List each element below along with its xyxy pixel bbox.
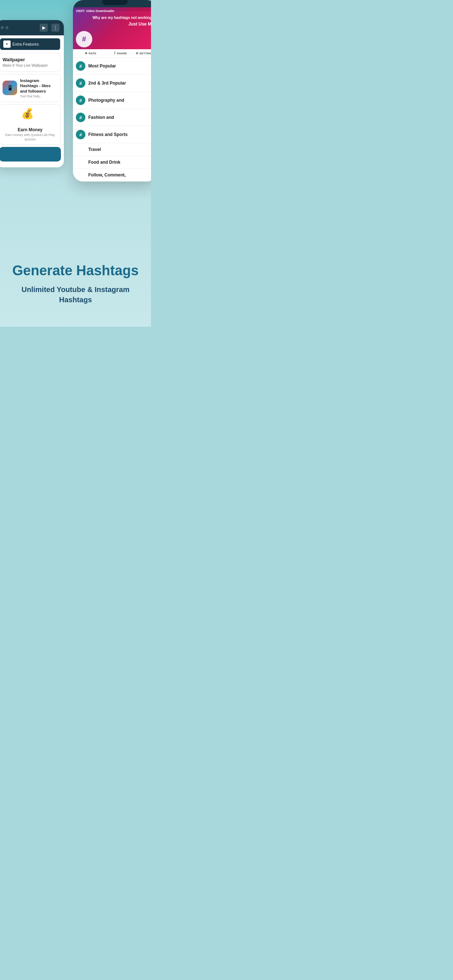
rate-label: RATE (89, 52, 96, 55)
phone-status-bar (73, 0, 151, 7)
menu-item-label: Fashion and (88, 115, 151, 120)
video-icon: ▶ (40, 24, 48, 32)
wallpaper-title: Wallpaper (3, 57, 57, 62)
share-button[interactable]: ⤴ SHARE (106, 51, 135, 55)
lc-icons: ▶ ⋮ (40, 24, 59, 32)
left-card: ▶ ⋮ ✦ Extra Features Wallpaper Make It Y… (0, 20, 64, 167)
rate-icon: ★ (85, 51, 88, 55)
settings-label: SETTINGS (139, 52, 151, 55)
menu-item[interactable]: #Fashion and› (73, 109, 151, 126)
earn-title: Earn Money (18, 127, 42, 132)
menu-hash-icon: # (76, 95, 85, 105)
menu-hash-icon: # (76, 78, 85, 88)
menu-item[interactable]: #Most Popular› (73, 57, 151, 75)
phone-menu: #Most Popular›#2nd & 3rd Popular›#Photog… (73, 57, 151, 181)
rate-button[interactable]: ★ RATE (76, 51, 105, 55)
phones-area: ▶ ⋮ ✦ Extra Features Wallpaper Make It Y… (0, 0, 151, 146)
settings-button[interactable]: ⚙ SETTINGS (136, 52, 151, 55)
menu-item[interactable]: #Photography and› (73, 92, 151, 109)
instagram-text: Instagram Hashtags - likes and followers… (20, 78, 57, 98)
menu-item-label: Fitness and Sports (88, 132, 151, 137)
phone-action-bar: ★ RATE ⤴ SHARE ⚙ SETTINGS (73, 49, 151, 57)
menu-item[interactable]: Food and Drink› (73, 156, 151, 169)
menu-item-label: Food and Drink (88, 160, 151, 165)
instagram-app-icon: 📱 (3, 81, 17, 95)
share-icon: ⤴ (114, 51, 116, 55)
share-label: SHARE (117, 52, 127, 55)
wallpaper-section[interactable]: Wallpaper Make It Your Live Wallpaper (0, 53, 61, 72)
earn-sub: Earn money with Qureka Lite Play quizzes (3, 133, 57, 142)
bottom-title: Generate Hashtags (7, 263, 144, 278)
menu-item[interactable]: Travel› (73, 143, 151, 156)
phone-app-header: VIDIT: Video Downloader # Why are my has… (73, 7, 151, 49)
left-card-header: ▶ ⋮ (0, 20, 64, 35)
bottom-subtitle: Unlimited Youtube & Instagram Hashtags (7, 285, 144, 305)
phone-header-text: Why are my hashtags not working? Just Us… (93, 15, 151, 27)
dot1 (1, 26, 4, 29)
extra-features-icon: ✦ (3, 40, 11, 48)
dot2 (5, 26, 8, 29)
banner-cta: Just Use Me (93, 22, 151, 27)
menu-item[interactable]: #2nd & 3rd Popular› (73, 75, 151, 92)
extra-features-label: Extra Features (13, 42, 39, 46)
earn-section[interactable]: 💰 Earn Money Earn money with Qureka Lite… (0, 104, 61, 145)
menu-item-label: Photography and (88, 98, 151, 103)
bottom-section: Generate Hashtags Unlimited Youtube & In… (0, 249, 151, 327)
menu-hash-icon: # (76, 113, 85, 122)
instagram-title: Instagram Hashtags - likes and followers (20, 78, 57, 94)
earn-icon: 💰 (21, 108, 39, 126)
menu-item-label: Follow, Comment, (88, 172, 151, 178)
menu-item[interactable]: Follow, Comment,› (73, 169, 151, 181)
phone-top-bar: VIDIT: Video Downloader (73, 7, 151, 11)
menu-hash-icon: # (76, 130, 85, 139)
menu-item-label: Most Popular (88, 64, 151, 68)
more-icon[interactable]: ⋮ (51, 24, 59, 32)
blue-block (0, 147, 61, 162)
phone-notch (102, 0, 128, 5)
menu-hash-icon: # (76, 61, 85, 71)
left-card-dots (1, 26, 8, 29)
instagram-sub: Tool that help... (20, 94, 57, 98)
hashtag-circle: # (76, 31, 92, 48)
settings-icon: ⚙ (136, 52, 138, 55)
main-phone: VIDIT: Video Downloader # Why are my has… (73, 0, 151, 181)
menu-item[interactable]: #Fitness and Sports› (73, 126, 151, 143)
extra-features-badge[interactable]: ✦ Extra Features (0, 38, 60, 50)
menu-item-label: 2nd & 3rd Popular (88, 81, 151, 86)
app-title: VIDIT: Video Downloader (76, 9, 115, 13)
instagram-section[interactable]: 📱 Instagram Hashtags - likes and followe… (0, 74, 61, 102)
wallpaper-sub: Make It Your Live Wallpaper (3, 63, 57, 68)
banner-question: Why are my hashtags not working? (93, 15, 151, 20)
menu-item-label: Travel (88, 147, 151, 152)
